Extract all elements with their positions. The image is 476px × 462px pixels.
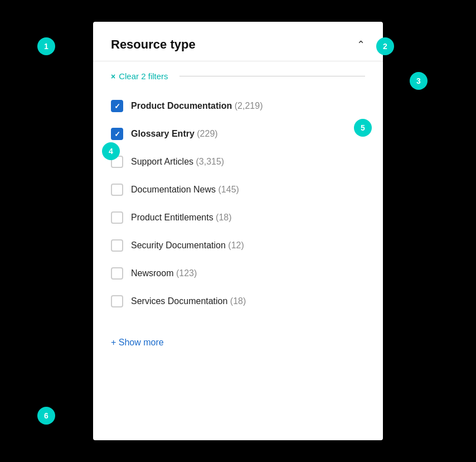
filter-item-services-documentation[interactable]: Services Documentation (18): [111, 287, 365, 315]
panel-title: Resource type: [111, 37, 196, 52]
filter-count-support-articles: (3,315): [196, 157, 225, 166]
show-more-button[interactable]: + Show more: [93, 332, 383, 363]
filter-panel: 1 2 3 4 5 6 Resource type ⌃ × Clear 2 fi…: [93, 22, 383, 440]
filter-list: Product Documentation (2,219)Glossary En…: [93, 81, 383, 332]
filter-label-product-documentation: Product Documentation (2,219): [131, 101, 263, 111]
filter-count-documentation-news: (145): [218, 185, 239, 194]
filter-count-glossary-entry: (229): [197, 129, 217, 138]
checkbox-glossary-entry[interactable]: [111, 128, 123, 140]
filter-item-glossary-entry[interactable]: Glossary Entry (229): [111, 120, 365, 148]
filter-count-newsroom: (123): [176, 268, 197, 278]
badge-1: 1: [37, 37, 55, 55]
divider: [179, 76, 365, 76]
clear-filters-row: × Clear 2 filters: [93, 61, 383, 81]
badge-3: 3: [410, 72, 428, 90]
checkbox-services-documentation[interactable]: [111, 295, 123, 307]
filter-item-support-articles[interactable]: Support Articles (3,315): [111, 148, 365, 176]
checkbox-product-entitlements[interactable]: [111, 211, 123, 224]
badge-5: 5: [354, 119, 372, 137]
panel-header: Resource type ⌃: [93, 22, 383, 61]
filter-count-product-entitlements: (18): [216, 213, 231, 222]
filter-count-services-documentation: (18): [230, 296, 246, 306]
filter-label-newsroom: Newsroom (123): [131, 268, 197, 278]
filter-label-glossary-entry: Glossary Entry (229): [131, 129, 218, 139]
checkbox-security-documentation[interactable]: [111, 239, 123, 252]
filter-item-newsroom[interactable]: Newsroom (123): [111, 259, 365, 287]
filter-label-services-documentation: Services Documentation (18): [131, 296, 246, 306]
checkbox-product-documentation[interactable]: [111, 100, 123, 112]
filter-item-product-entitlements[interactable]: Product Entitlements (18): [111, 204, 365, 232]
badge-6: 6: [37, 407, 55, 425]
filter-item-product-documentation[interactable]: Product Documentation (2,219): [111, 92, 365, 120]
badge-2: 2: [376, 37, 394, 55]
show-more-label: + Show more: [111, 338, 164, 348]
checkbox-newsroom[interactable]: [111, 267, 123, 280]
filter-label-product-entitlements: Product Entitlements (18): [131, 213, 232, 223]
filter-count-product-documentation: (2,219): [235, 101, 263, 110]
clear-filters-label: Clear 2 filters: [119, 71, 168, 81]
filter-count-security-documentation: (12): [228, 240, 244, 250]
filter-label-documentation-news: Documentation News (145): [131, 185, 239, 195]
x-icon: ×: [111, 72, 115, 81]
clear-filters-button[interactable]: × Clear 2 filters: [111, 71, 168, 81]
filter-item-documentation-news[interactable]: Documentation News (145): [111, 176, 365, 204]
filter-item-security-documentation[interactable]: Security Documentation (12): [111, 232, 365, 259]
badge-4: 4: [102, 142, 120, 160]
chevron-up-icon[interactable]: ⌃: [357, 38, 365, 51]
filter-label-security-documentation: Security Documentation (12): [131, 240, 244, 251]
filter-label-support-articles: Support Articles (3,315): [131, 157, 224, 167]
checkbox-documentation-news[interactable]: [111, 184, 123, 196]
